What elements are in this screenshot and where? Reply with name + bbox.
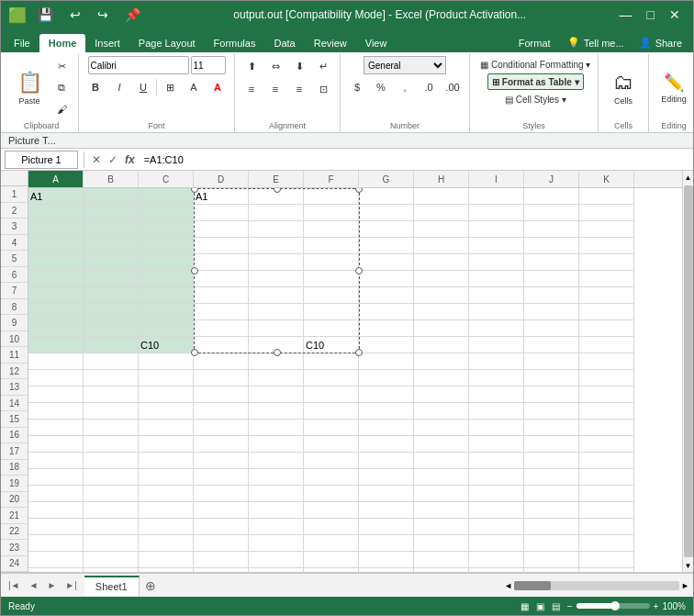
layout-view-icon[interactable]: ▣ [536, 601, 544, 611]
dollar-button[interactable]: $ [346, 77, 368, 97]
tell-me-label[interactable]: Tell me... [584, 38, 624, 49]
add-sheet-button[interactable]: ⊕ [140, 578, 162, 593]
row-header-14[interactable]: 14 [1, 396, 28, 411]
vertical-scrollbar[interactable]: ▲ ▼ [682, 171, 693, 572]
cell-H1[interactable] [414, 188, 469, 205]
zoom-slider-handle[interactable] [610, 601, 620, 610]
underline-button[interactable]: U [132, 77, 154, 97]
tab-formulas[interactable]: Formulas [205, 34, 265, 52]
h-scrollbar[interactable]: ◄ ► [504, 579, 689, 592]
cross-icon[interactable]: ✕ [90, 151, 103, 168]
merge-button[interactable]: ⊡ [312, 79, 334, 99]
row-header-9[interactable]: 9 [1, 315, 28, 330]
tab-file[interactable]: File [5, 34, 39, 52]
share-area[interactable]: 👤 Share [632, 33, 689, 52]
col-header-G[interactable]: G [359, 171, 414, 187]
cell-G1[interactable] [359, 188, 414, 205]
cell-D1[interactable]: A1 [194, 188, 249, 205]
cell-D2[interactable] [194, 205, 249, 221]
cell-J1[interactable] [524, 188, 579, 205]
page-break-view-icon[interactable]: ▤ [552, 601, 560, 611]
cell-H2[interactable] [414, 205, 469, 221]
minimize-button[interactable]: — [614, 6, 638, 24]
cell-I2[interactable] [469, 205, 524, 221]
cell-J2[interactable] [524, 205, 579, 221]
row-header-4[interactable]: 4 [1, 235, 28, 251]
zoom-in-button[interactable]: + [654, 601, 659, 611]
paste-button[interactable]: 📋 Paste [10, 62, 49, 114]
col-header-A[interactable]: A [28, 171, 84, 187]
tab-page-layout[interactable]: Page Layout [129, 34, 205, 52]
h-scroll-track[interactable] [514, 581, 679, 590]
grid-scroll-area[interactable]: A B C D E F G H I J K A1 A1 [28, 171, 682, 572]
number-format-select[interactable]: General [364, 56, 446, 74]
row-header-1[interactable]: 1 [1, 186, 28, 202]
row-header-5[interactable]: 5 [1, 251, 28, 266]
cell-A1[interactable]: A1 [28, 188, 84, 205]
tab-view[interactable]: View [356, 34, 397, 52]
editing-button[interactable]: ✏️ Editing [655, 62, 693, 114]
col-header-F[interactable]: F [304, 171, 359, 187]
cells-button[interactable]: 🗂 Cells [604, 62, 643, 114]
cell-K2[interactable] [579, 205, 634, 221]
cell-G2[interactable] [359, 205, 414, 221]
scroll-right-button[interactable]: ► [681, 581, 689, 590]
percent-button[interactable]: % [370, 77, 392, 97]
row-header-2[interactable]: 2 [1, 203, 28, 218]
close-button[interactable]: ✕ [664, 6, 686, 24]
row-header-12[interactable]: 12 [1, 364, 28, 379]
format-painter-button[interactable]: 🖌 [50, 99, 73, 119]
align-left-button[interactable]: ≡ [241, 79, 263, 99]
tab-review[interactable]: Review [305, 34, 356, 52]
cell-B2[interactable] [84, 205, 139, 221]
col-header-H[interactable]: H [414, 171, 469, 187]
row-header-8[interactable]: 8 [1, 299, 28, 315]
cut-button[interactable]: ✂ [50, 57, 73, 77]
col-header-J[interactable]: J [524, 171, 579, 187]
cell-K1[interactable] [579, 188, 634, 205]
row-header-21[interactable]: 21 [1, 508, 28, 523]
copy-button[interactable]: ⧉ [50, 78, 73, 98]
col-header-I[interactable]: I [469, 171, 524, 187]
row-header-3[interactable]: 3 [1, 218, 28, 234]
scroll-down-button[interactable]: ▼ [683, 559, 694, 572]
row-header-15[interactable]: 15 [1, 411, 28, 427]
nav-first-sheet[interactable]: |◄ [5, 578, 24, 592]
undo-icon[interactable]: ↩ [64, 6, 86, 24]
row-header-13[interactable]: 13 [1, 379, 28, 395]
format-as-table-button[interactable]: ⊞ Format as Table ▾ [487, 73, 584, 90]
picture-tools-label[interactable]: Picture T... [8, 135, 56, 146]
decrease-decimal-button[interactable]: .0 [418, 77, 440, 97]
fx-icon[interactable]: fx [123, 151, 137, 168]
font-size-input[interactable] [191, 56, 226, 74]
pin-icon[interactable]: 📌 [119, 6, 146, 24]
redo-icon[interactable]: ↪ [92, 6, 114, 24]
align-top-button[interactable]: ⬆ [241, 56, 263, 76]
comma-button[interactable]: , [394, 77, 416, 97]
formula-input[interactable] [140, 151, 689, 169]
nav-last-sheet[interactable]: ►| [62, 578, 81, 592]
fill-color-button[interactable]: A [183, 77, 205, 97]
bold-button[interactable]: B [84, 77, 106, 97]
tab-data[interactable]: Data [264, 34, 304, 52]
h-scroll-thumb[interactable] [514, 581, 551, 590]
cell-E2[interactable] [249, 205, 304, 221]
checkmark-icon[interactable]: ✓ [106, 151, 119, 168]
normal-view-icon[interactable]: ▦ [520, 601, 529, 611]
cell-B1[interactable] [84, 188, 139, 205]
cell-F1[interactable] [304, 188, 359, 205]
tab-home[interactable]: Home [39, 34, 86, 52]
row-header-10[interactable]: 10 [1, 331, 28, 347]
scroll-up-button[interactable]: ▲ [683, 171, 694, 184]
cell-C1[interactable] [139, 188, 194, 205]
wrap-text-button[interactable]: ↵ [312, 56, 334, 76]
col-header-C[interactable]: C [139, 171, 194, 187]
border-button[interactable]: ⊞ [159, 77, 181, 97]
save-icon[interactable]: 💾 [32, 6, 59, 24]
sheet-tab-sheet1[interactable]: Sheet1 [84, 576, 140, 596]
italic-button[interactable]: I [108, 77, 130, 97]
row-header-6[interactable]: 6 [1, 267, 28, 283]
cell-styles-button[interactable]: ▤ Cell Styles ▾ [500, 91, 571, 107]
cell-I1[interactable] [469, 188, 524, 205]
col-header-D[interactable]: D [194, 171, 249, 187]
